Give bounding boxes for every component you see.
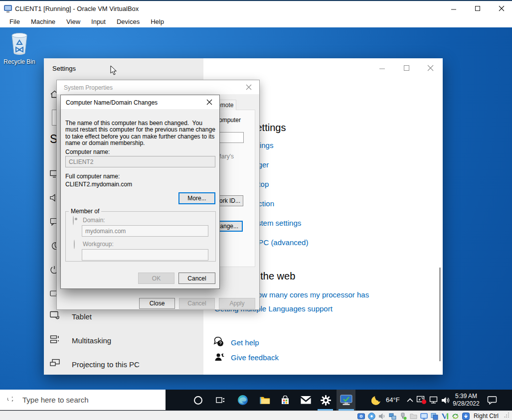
temperature-text[interactable]: 64°F	[386, 396, 400, 404]
computer-name-input[interactable]: CLIENT2	[65, 156, 215, 167]
vm-features-icon[interactable]	[441, 412, 449, 420]
host-key-label: Right Ctrl	[474, 413, 499, 420]
get-help-link[interactable]: Get help	[231, 338, 259, 347]
taskbar-search-box[interactable]: Type here to search	[0, 390, 166, 410]
settings-scrollbar[interactable]	[439, 268, 441, 361]
computer-name-label: Computer name:	[65, 148, 110, 155]
workgroup-radio[interactable]	[74, 240, 75, 249]
moon-icon	[370, 394, 382, 406]
domain-input[interactable]: mydomain.com	[82, 225, 208, 237]
menu-file[interactable]: File	[4, 17, 25, 26]
menu-view[interactable]: View	[61, 17, 86, 26]
shared-folders-icon[interactable]	[410, 412, 418, 420]
recycle-bin[interactable]: Recycle Bin	[3, 29, 36, 65]
projecting-icon	[50, 359, 60, 370]
security-alert-icon	[416, 395, 427, 405]
mail-button[interactable]	[296, 390, 316, 411]
task-view-icon	[216, 396, 225, 404]
usb-devices-icon[interactable]	[399, 412, 407, 420]
ok-button[interactable]: OK	[138, 273, 174, 284]
hard-disks-icon[interactable]	[357, 412, 365, 420]
mouse-cursor	[110, 65, 118, 78]
clock-date: 9/28/2022	[450, 400, 482, 408]
resize-grip[interactable]	[504, 412, 510, 420]
shared-clipboard-icon[interactable]	[452, 412, 460, 420]
computer-name-domain-changes-dialog: Computer Name/Domain Changes The name of…	[60, 95, 220, 289]
recycle-bin-label: Recycle Bin	[3, 58, 36, 65]
vbox-statusbar: Right Ctrl	[0, 411, 512, 420]
system-properties-title: System Properties	[64, 84, 113, 91]
vbox-titlebar: CLIENT1 [Running] - Oracle VM VirtualBox	[0, 1, 512, 16]
full-computer-name-value: CLIENT2.mydomain.com	[65, 181, 132, 188]
system-app-icon	[340, 395, 353, 406]
virtualbox-window: { "vbox": { "title": "CLIENT1 [Running] …	[0, 0, 512, 420]
vbox-window-title: CLIENT1 [Running] - Oracle VM VirtualBox	[15, 5, 139, 12]
search-placeholder: Type here to search	[22, 396, 89, 404]
tray-network[interactable]	[428, 390, 440, 411]
workgroup-input[interactable]	[82, 249, 208, 261]
sysprops-cancel-button[interactable]: Cancel	[179, 298, 215, 309]
menu-help[interactable]: Help	[145, 17, 170, 26]
sysprops-apply-button[interactable]: Apply	[219, 298, 255, 309]
system-app-button[interactable]	[337, 390, 355, 411]
audio-icon[interactable]	[378, 412, 386, 420]
speaker-icon	[441, 396, 451, 405]
sidebar-item-label: Multitasking	[72, 336, 111, 345]
file-explorer-icon	[260, 396, 270, 405]
workgroup-radio-label: Workgroup:	[83, 241, 114, 248]
tray-chevron-up[interactable]	[405, 390, 415, 411]
sysprops-close-button[interactable]: Close	[139, 298, 175, 309]
multitasking-icon	[50, 335, 60, 346]
store-button[interactable]	[275, 390, 295, 411]
tray-clock[interactable]: 5:39 AM 9/28/2022	[450, 393, 482, 408]
mail-icon	[301, 396, 311, 404]
network-adapters-icon[interactable]	[389, 412, 397, 420]
sidebar-item-multitasking[interactable]: Multitasking	[50, 334, 111, 347]
start-button[interactable]	[0, 390, 24, 411]
sidebar-item-tablet[interactable]: Tablet	[50, 310, 92, 323]
weather-button[interactable]	[369, 390, 384, 411]
cortana-button[interactable]	[188, 390, 208, 411]
action-center-icon	[487, 396, 497, 405]
tray-security-status[interactable]	[416, 390, 428, 411]
menu-input[interactable]: Input	[86, 17, 111, 26]
network-icon	[429, 396, 439, 405]
settings-window-title: Settings	[52, 65, 76, 72]
name-dialog-title: Computer Name/Domain Changes	[66, 99, 158, 106]
full-computer-name-label: Full computer name:	[65, 173, 120, 180]
menu-devices[interactable]: Devices	[111, 17, 145, 26]
sidebar-item-label: Projecting to this PC	[72, 360, 140, 369]
get-help-icon	[213, 337, 225, 350]
settings-minimize-button[interactable]	[378, 64, 386, 72]
gear-icon	[321, 395, 331, 406]
vbox-close-button[interactable]	[494, 3, 509, 14]
store-icon	[281, 396, 290, 405]
name-dialog-close-icon[interactable]	[202, 97, 217, 108]
tablet-icon	[50, 311, 60, 322]
domain-radio[interactable]	[73, 216, 74, 225]
file-explorer-button[interactable]	[255, 390, 275, 411]
vbox-minimize-button[interactable]	[446, 3, 461, 14]
task-view-button[interactable]	[210, 390, 230, 411]
domain-radio-label: Domain:	[83, 217, 105, 224]
keyboard-capture-icon[interactable]	[462, 412, 470, 420]
settings-maximize-button[interactable]	[403, 64, 410, 72]
system-properties-close-icon[interactable]	[241, 82, 256, 93]
settings-gear-button[interactable]	[316, 390, 336, 411]
edge-button[interactable]	[233, 390, 253, 411]
vbox-maximize-button[interactable]	[470, 3, 485, 14]
optical-drives-icon[interactable]	[368, 412, 376, 420]
restart-required-message: The name of this computer has been chang…	[65, 120, 216, 147]
chevron-up-icon	[407, 398, 413, 403]
give-feedback-link[interactable]: Give feedback	[231, 353, 279, 362]
edge-icon	[237, 394, 249, 406]
more-button[interactable]: More...	[178, 192, 215, 204]
dialog-cancel-button[interactable]: Cancel	[178, 273, 215, 284]
recording-icon[interactable]	[431, 412, 439, 420]
action-center-button[interactable]	[485, 390, 500, 411]
sidebar-item-projecting[interactable]: Projecting to this PC	[50, 358, 140, 371]
display-icon[interactable]	[420, 412, 428, 420]
settings-close-button[interactable]	[427, 64, 434, 72]
sidebar-item-label: Tablet	[72, 312, 92, 321]
menu-machine[interactable]: Machine	[25, 17, 61, 26]
